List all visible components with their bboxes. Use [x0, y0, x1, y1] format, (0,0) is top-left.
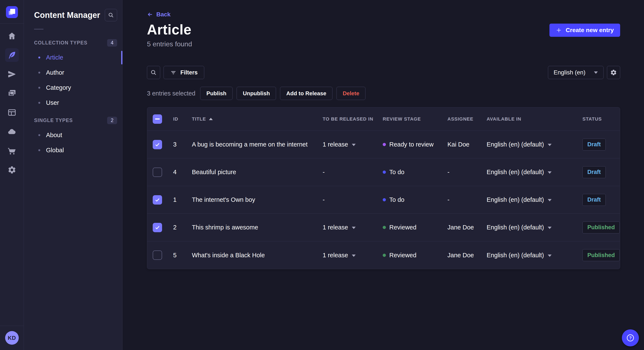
status-badge: Draft — [582, 194, 606, 206]
cell-release-dropdown[interactable]: - — [323, 196, 383, 203]
table-row[interactable]: 1 The internet's Own boy - To do - Engli… — [147, 186, 620, 214]
cart-icon[interactable] — [5, 144, 19, 158]
delete-button[interactable]: Delete — [336, 87, 366, 100]
cell-id: 3 — [173, 141, 192, 148]
row-checkbox[interactable] — [153, 168, 162, 177]
table-header-row: ID TITLE TO BE RELEASED IN REVIEW STAGE … — [147, 107, 620, 131]
layout-icon[interactable] — [5, 106, 19, 119]
bullet-icon — [38, 102, 40, 104]
sidebar-item-category[interactable]: Category — [34, 80, 117, 95]
sidebar-item-about[interactable]: About — [34, 128, 117, 143]
selection-count-text: 3 entries selected — [147, 90, 195, 97]
row-checkbox[interactable] — [153, 140, 162, 149]
cell-id: 1 — [173, 196, 192, 203]
single-types-count-badge: 2 — [107, 117, 117, 124]
filters-button[interactable]: Filters — [164, 66, 204, 79]
publish-button[interactable]: Publish — [200, 87, 232, 100]
strapi-logo[interactable] — [6, 6, 18, 18]
stage-dot-icon — [383, 171, 386, 174]
page-title: Article — [147, 21, 192, 38]
cell-available-in-dropdown[interactable]: English (en) (default) — [486, 196, 582, 203]
cell-id: 2 — [173, 224, 192, 231]
column-header-review-stage: REVIEW STAGE — [383, 116, 448, 122]
cell-assignee: - — [448, 169, 486, 176]
sidebar-item-author[interactable]: Author — [34, 65, 117, 80]
column-header-title[interactable]: TITLE — [192, 116, 323, 122]
sidebar-item-user[interactable]: User — [34, 95, 117, 110]
bullet-icon — [38, 149, 40, 151]
stage-dot-icon — [383, 198, 386, 201]
sidebar-item-global[interactable]: Global — [34, 143, 117, 158]
row-checkbox[interactable] — [153, 223, 162, 232]
section-label-single-types: SINGLE TYPES — [34, 118, 73, 123]
cell-review-stage: Ready to review — [383, 141, 448, 148]
cell-title: A bug is becoming a meme on the internet — [192, 141, 323, 148]
sidebar-item-article[interactable]: Article — [34, 50, 117, 65]
table-row[interactable]: 4 Beautiful picture - To do - English (e… — [147, 159, 620, 186]
status-badge: Published — [582, 249, 620, 261]
strapi-logo-mark — [6, 6, 18, 18]
create-new-entry-button[interactable]: Create new entry — [550, 24, 620, 37]
cell-assignee: Kai Doe — [448, 141, 486, 148]
status-badge: Draft — [582, 166, 606, 178]
cell-available-in-dropdown[interactable]: English (en) (default) — [486, 169, 582, 176]
view-settings-button[interactable] — [607, 66, 620, 79]
cell-review-stage: Reviewed — [383, 252, 448, 259]
filter-icon — [170, 69, 176, 76]
cell-title: Beautiful picture — [192, 169, 323, 176]
chevron-down-icon — [352, 255, 356, 257]
table-row[interactable]: 2 This shrimp is awesome 1 release Revie… — [147, 214, 620, 241]
bullet-icon — [38, 72, 40, 74]
status-badge: Published — [582, 222, 620, 233]
chevron-down-icon — [594, 71, 598, 74]
content-manager-feather-icon[interactable] — [5, 48, 19, 62]
bullet-icon — [38, 87, 40, 89]
stage-dot-icon — [383, 254, 386, 257]
entries-table: ID TITLE TO BE RELEASED IN REVIEW STAGE … — [147, 107, 620, 269]
cell-review-stage: To do — [383, 196, 448, 203]
chevron-down-icon — [352, 144, 356, 146]
row-checkbox[interactable] — [153, 195, 162, 204]
search-icon — [150, 69, 157, 76]
column-header-status: STATUS — [582, 116, 620, 122]
search-button[interactable] — [147, 66, 160, 79]
unpublish-button[interactable]: Unpublish — [236, 87, 276, 100]
divider — [34, 29, 44, 29]
subnav-search-button[interactable] — [105, 9, 117, 21]
bullet-icon — [38, 57, 40, 58]
help-button[interactable]: ? — [622, 329, 639, 347]
table-row[interactable]: 5 What's inside a Black Hole 1 release R… — [147, 241, 620, 269]
cell-available-in-dropdown[interactable]: English (en) (default) — [486, 224, 582, 231]
table-row[interactable]: 3 A bug is becoming a meme on the intern… — [147, 131, 620, 159]
select-all-checkbox[interactable] — [153, 114, 162, 124]
send-icon[interactable] — [5, 67, 19, 81]
entries-count: 5 entries found — [147, 40, 192, 48]
cloud-icon[interactable] — [5, 125, 19, 138]
home-icon[interactable] — [5, 29, 19, 43]
main-nav-rail: KD — [0, 0, 24, 350]
column-header-release: TO BE RELEASED IN — [323, 116, 383, 122]
gear-icon — [610, 69, 617, 76]
media-library-icon[interactable] — [5, 87, 19, 100]
divider — [0, 23, 24, 24]
locale-select[interactable]: English (en) — [548, 66, 604, 79]
cell-release-dropdown[interactable]: 1 release — [323, 252, 383, 259]
back-link[interactable]: Back — [147, 11, 170, 18]
cell-release-dropdown[interactable]: 1 release — [323, 141, 383, 148]
add-to-release-button[interactable]: Add to Release — [280, 87, 332, 100]
status-badge: Draft — [582, 139, 606, 151]
user-avatar[interactable]: KD — [5, 331, 19, 345]
indeterminate-icon — [155, 118, 160, 120]
chevron-down-icon — [548, 144, 552, 146]
cell-release-dropdown[interactable]: 1 release — [323, 224, 383, 231]
check-icon — [154, 197, 160, 203]
bullet-icon — [38, 134, 40, 136]
row-checkbox[interactable] — [153, 250, 162, 260]
check-icon — [154, 142, 160, 147]
cell-id: 4 — [173, 169, 192, 176]
column-header-available-in: AVAILABLE IN — [486, 116, 582, 122]
cell-available-in-dropdown[interactable]: English (en) (default) — [486, 252, 582, 259]
cell-release-dropdown[interactable]: - — [323, 169, 383, 176]
cell-available-in-dropdown[interactable]: English (en) (default) — [486, 141, 582, 148]
gear-icon[interactable] — [5, 163, 19, 177]
